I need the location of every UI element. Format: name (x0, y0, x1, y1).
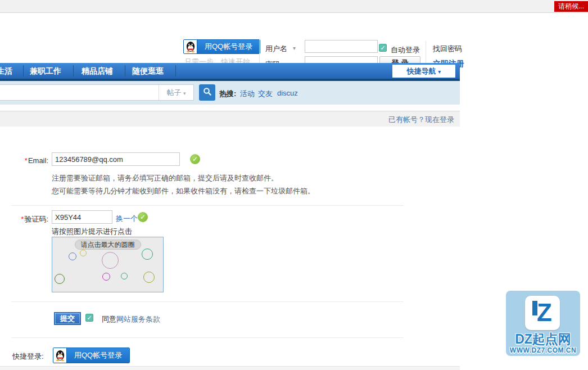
quick-nav-label: 快捷导航 (407, 67, 436, 75)
search-button[interactable] (199, 84, 215, 101)
site-header: 用QQ帐号登录 只需一步，快速开始 用户名 ▾ 密码 ✓ 自动登录 登录 找回密… (0, 13, 588, 63)
qq-quick-login-button[interactable]: 用QQ帐号登录 (53, 348, 130, 363)
captcha-label: *验证码: (0, 214, 48, 224)
required-mark: * (21, 215, 24, 223)
registration-page: 请稍候... 用QQ帐号登录 只需一步，快速开始 用户名 ▾ (0, 0, 588, 370)
search-scope-dropdown[interactable]: 帖子 ▾ (159, 85, 193, 100)
nav-item-browse-around[interactable]: 随便逛逛 (132, 63, 164, 79)
captcha-circle[interactable] (121, 273, 128, 279)
change-captcha-link[interactable]: 换一个 (116, 214, 138, 224)
email-help-line-1: 注册需要验证邮箱，请务必填写正确的邮箱，提交后请及时查收邮件。 (52, 173, 278, 183)
captcha-image[interactable]: 请点击最大的圆圈 (52, 237, 164, 292)
panel-header: 已有帐号？现在登录 (0, 111, 460, 127)
captcha-circle[interactable] (102, 252, 119, 269)
username-dropdown-arrow[interactable]: ▾ (293, 45, 296, 51)
lz-monogram-letter: Z (537, 296, 552, 329)
logo-site-name: DZ起点网 (506, 331, 580, 348)
captcha-valid-check-icon: ✓ (138, 212, 148, 222)
quick-nav-button[interactable]: 快捷导航 ▾ (392, 65, 455, 78)
username-input[interactable] (305, 40, 378, 53)
agree-text: 同意 (102, 315, 116, 323)
site-watermark-logo: Z DZ起点网 WWW.DZ7.COM.CN (506, 291, 580, 356)
nav-separator (125, 65, 125, 76)
qq-login-button[interactable]: 用QQ帐号登录 (183, 39, 260, 54)
nav-item-boutique-shops[interactable]: 精品店铺 (82, 63, 113, 79)
wait-notice-button[interactable]: 请稍候... (554, 1, 588, 12)
quick-login-label: 快捷登录: (12, 351, 44, 362)
section-divider (11, 205, 404, 206)
main-nav: 生活 兼职工作 精品店铺 随便逛逛 快捷导航 ▾ (0, 63, 460, 79)
username-label: 用户名 (265, 44, 287, 54)
captcha-circle[interactable] (69, 252, 76, 260)
have-account-login-link[interactable]: 已有帐号？现在登录 (388, 115, 454, 125)
chevron-down-icon: ▾ (438, 69, 441, 75)
hot-link-activity[interactable]: 活动 (240, 89, 255, 99)
captcha-image-title: 请点击最大的圆圈 (75, 240, 141, 250)
auto-login-checkbox[interactable]: ✓ (379, 44, 387, 52)
email-valid-check-icon: ✓ (190, 154, 200, 164)
nav-item-life[interactable]: 生活 (0, 63, 12, 79)
footer-strip (0, 366, 460, 370)
submit-button[interactable]: 提交 (54, 312, 81, 325)
captcha-circle[interactable] (80, 250, 87, 256)
section-divider (11, 337, 404, 338)
search-bar: 帖子 ▾ 热搜: 活动 交友 discuz (0, 81, 460, 105)
email-label: *Email: (0, 156, 48, 165)
captcha-circle[interactable] (102, 273, 110, 281)
agree-terms-line: 同意网站服务条款 (102, 314, 160, 324)
nav-item-parttime-jobs[interactable]: 兼职工作 (30, 63, 61, 79)
auto-login-label: 自动登录 (391, 45, 420, 55)
section-divider (11, 301, 404, 302)
search-icon (203, 87, 212, 98)
qq-penguin-icon (53, 348, 67, 363)
lz-monogram-icon: Z (525, 296, 560, 330)
qq-login-label: 用QQ帐号登录 (197, 40, 260, 53)
search-scope-label: 帖子 (166, 88, 181, 97)
agree-terms-checkbox[interactable]: ✓ (85, 314, 93, 322)
terms-of-service-link[interactable]: 网站服务条款 (116, 315, 160, 323)
nav-separator (73, 65, 74, 76)
captcha-circle[interactable] (143, 272, 155, 283)
search-box: 帖子 ▾ (0, 84, 194, 101)
captcha-circle[interactable] (142, 249, 153, 260)
qq-penguin-icon (184, 40, 197, 53)
nav-separator (23, 65, 24, 76)
logo-site-url: WWW.DZ7.COM.CN (506, 346, 580, 354)
hot-link-discuz[interactable]: discuz (277, 89, 298, 97)
qq-quick-login-label: 用QQ帐号登录 (67, 348, 129, 363)
email-input[interactable] (52, 152, 180, 166)
search-input[interactable] (0, 85, 159, 100)
hot-link-friends[interactable]: 交友 (258, 89, 273, 99)
captcha-circle[interactable] (55, 274, 65, 284)
captcha-instruction: 请按照图片提示进行点击 (52, 227, 132, 237)
nav-separator (175, 65, 176, 76)
captcha-input[interactable] (52, 210, 112, 224)
hot-search-label: 热搜: (219, 89, 236, 99)
top-bar: 请稍候... (0, 0, 588, 13)
find-password-link[interactable]: 找回密码 (433, 44, 462, 54)
email-help-line-2: 您可能需要等待几分钟才能收到邮件，如果收件箱没有，请检查一下垃圾邮件箱。 (52, 186, 315, 196)
chevron-down-icon: ▾ (183, 91, 186, 96)
required-mark: * (25, 156, 28, 165)
